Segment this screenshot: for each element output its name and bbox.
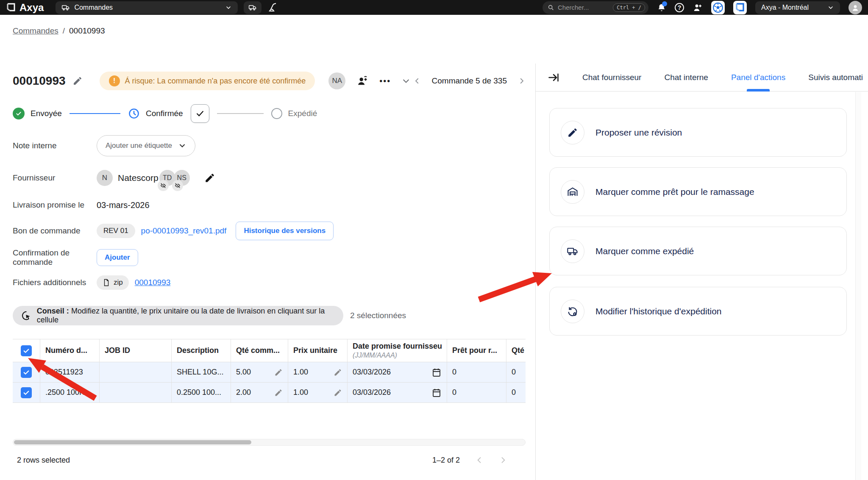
cell-description[interactable]: 0.2500 100...: [172, 383, 231, 402]
price-value: 1.00: [293, 388, 308, 397]
action-label: Proposer une révision: [595, 128, 682, 138]
assignee-initials: NA: [332, 77, 342, 85]
supplier-member-avatar[interactable]: NS: [174, 170, 190, 186]
help-button[interactable]: ?: [675, 3, 684, 12]
cell-promised-date[interactable]: 03/03/2026: [348, 362, 447, 382]
chevron-down-icon[interactable]: [402, 77, 410, 85]
cell-description[interactable]: SHELL 10G...: [172, 362, 231, 382]
cell-ready[interactable]: 0: [447, 383, 506, 402]
promised-delivery-date: 03-mars-2026: [97, 200, 150, 210]
cell-unit-price[interactable]: 1.00: [288, 362, 348, 382]
assignee-avatar[interactable]: NA: [328, 72, 345, 89]
ball-icon: [712, 2, 723, 13]
orders-shortcut-button[interactable]: [244, 1, 262, 14]
soccer-app-icon[interactable]: [711, 1, 725, 14]
tab-chat-interne[interactable]: Chat interne: [664, 64, 708, 92]
workbench-icon[interactable]: [267, 3, 278, 13]
cell-numero[interactable]: 003511923: [40, 362, 100, 382]
chevron-down-icon: [827, 4, 834, 11]
module-select[interactable]: Commandes: [56, 1, 238, 14]
date-value: 03/03/2026: [353, 388, 391, 397]
row-checkbox[interactable]: [21, 367, 32, 378]
cell-job-id[interactable]: [100, 383, 172, 402]
add-tag-select[interactable]: Ajouter une étiquette: [97, 135, 195, 156]
col-header-qty2[interactable]: Qté: [506, 339, 526, 362]
tip-banner: Conseil : Modifiez la quantité, le prix …: [13, 306, 343, 325]
col-header-job-id[interactable]: JOB ID: [100, 339, 172, 362]
confirm-step-checkbox[interactable]: [191, 104, 209, 123]
add-confirmation-button[interactable]: Ajouter: [97, 249, 138, 266]
order-header: 00010993 ! Á risque: La commande n'a pas…: [13, 70, 526, 92]
version-history-button[interactable]: Historique des versions: [236, 222, 334, 240]
edit-supplier-icon[interactable]: [204, 172, 215, 183]
col-header-ready[interactable]: Prêt pour r...: [447, 339, 506, 362]
table-row[interactable]: 003511923 SHELL 10G... 5.00 1.00 03/03/2…: [13, 362, 526, 383]
notifications-button[interactable]: [657, 3, 666, 12]
edit-qty-icon[interactable]: [274, 368, 283, 377]
user-avatar[interactable]: [849, 1, 862, 14]
cell-unit-price[interactable]: 1.00: [288, 383, 348, 402]
cell-qty[interactable]: 2.00: [231, 383, 288, 402]
po-file-link[interactable]: po-00010993_rev01.pdf: [141, 226, 227, 236]
tab-chat-fournisseur[interactable]: Chat fournisseur: [582, 64, 641, 92]
tip-prefix: Conseil :: [37, 307, 69, 315]
field-internal-note: Note interne Ajouter une étiquette: [13, 135, 526, 157]
revision-badge: REV 01: [97, 224, 135, 238]
pagination-range: 1–2 of 2: [432, 456, 460, 465]
col-header-numero[interactable]: Numéro d...: [40, 339, 100, 362]
action-mark-shipped[interactable]: Marquer comme expédié: [549, 227, 847, 275]
action-label: Modifier l'historique d'expédition: [595, 306, 722, 316]
add-collaborator-icon[interactable]: [356, 75, 368, 87]
supplier-avatar[interactable]: N: [97, 170, 113, 186]
org-select[interactable]: Axya - Montréal: [755, 1, 840, 14]
table-row[interactable]: .2500 100K ... 0.2500 100... 2.00 1.00 0…: [13, 383, 526, 403]
col-header-description[interactable]: Description: [172, 339, 231, 362]
cell-job-id[interactable]: [100, 362, 172, 382]
app-logo[interactable]: Axya: [6, 2, 44, 14]
collapse-panel-icon[interactable]: [548, 72, 559, 83]
scrollbar-thumb[interactable]: [14, 440, 251, 444]
cell-numero[interactable]: .2500 100K ...: [40, 383, 100, 402]
edit-price-icon[interactable]: [334, 388, 342, 397]
breadcrumb-separator: /: [63, 26, 65, 36]
calendar-icon[interactable]: [431, 388, 442, 398]
more-actions-button[interactable]: •••: [379, 76, 391, 86]
horizontal-scrollbar[interactable]: [13, 439, 526, 446]
edit-title-icon[interactable]: [72, 76, 83, 86]
cell-qty2[interactable]: 0: [506, 383, 526, 402]
cell-qty2[interactable]: 0: [506, 362, 526, 382]
edit-price-icon[interactable]: [334, 368, 342, 377]
prev-order-icon[interactable]: [413, 77, 421, 85]
invite-user-icon[interactable]: [693, 3, 703, 13]
col-header-qty[interactable]: Qté comm...: [231, 339, 288, 362]
qty-value: 5.00: [236, 368, 251, 377]
cell-promised-date[interactable]: 03/03/2026: [348, 383, 447, 402]
tab-panel-actions[interactable]: Panel d'actions: [731, 64, 785, 92]
breadcrumb-link-commandes[interactable]: Commandes: [13, 26, 58, 36]
col-header-unit-price[interactable]: Prix unitaire: [288, 339, 348, 362]
action-label: Marquer comme expédié: [595, 246, 694, 256]
notification-badge: [662, 1, 667, 6]
select-all-checkbox[interactable]: [21, 345, 32, 356]
prev-page-icon[interactable]: [475, 456, 484, 464]
field-purchase-order: Bon de commande REV 01 po-00010993_rev01…: [13, 220, 526, 242]
field-label: Bon de commande: [13, 226, 97, 236]
cell-qty[interactable]: 5.00: [231, 362, 288, 382]
shipping-history-icon: [567, 305, 579, 317]
row-checkbox[interactable]: [21, 387, 32, 398]
next-page-icon[interactable]: [499, 456, 507, 464]
action-propose-revision[interactable]: Proposer une révision: [549, 108, 847, 157]
next-order-icon[interactable]: [518, 77, 526, 85]
action-edit-shipping-history[interactable]: Modifier l'historique d'expédition: [549, 287, 847, 336]
additional-file-link[interactable]: 00010993: [135, 278, 171, 287]
vertical-scrollbar[interactable]: [855, 92, 861, 480]
calendar-icon[interactable]: [431, 367, 442, 377]
cell-ready[interactable]: 0: [447, 362, 506, 382]
tab-suivis-automatiques[interactable]: Suivis automati: [808, 64, 863, 92]
col-header-promised-date[interactable]: Date promise fournisseu(JJ/MM/AAAA): [348, 339, 447, 362]
action-mark-ready-pickup[interactable]: Marquer comme prêt pour le ramassage: [549, 167, 847, 216]
edit-qty-icon[interactable]: [274, 388, 283, 397]
docs-app-icon[interactable]: [733, 1, 747, 14]
search-input[interactable]: Chercher... Ctrl + /: [542, 1, 648, 14]
search-placeholder: Chercher...: [558, 4, 609, 11]
